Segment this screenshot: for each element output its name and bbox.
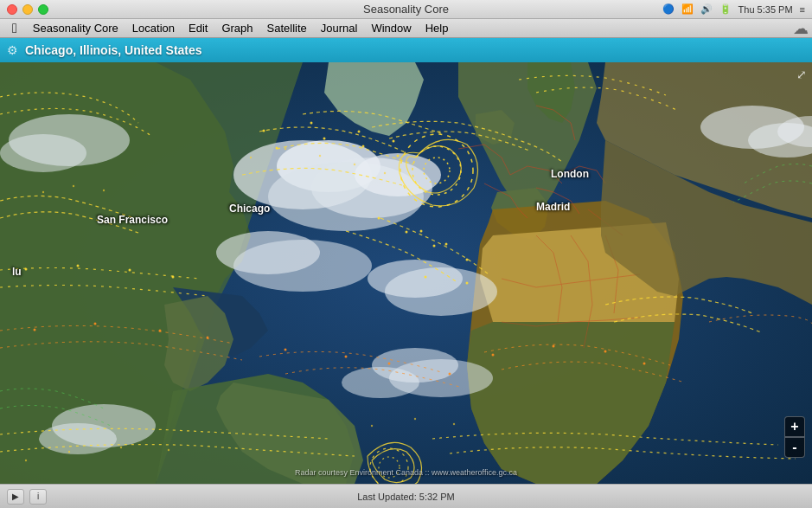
svg-point-29 [378,217,380,220]
menu-satellite[interactable]: Satellite [260,20,314,36]
bottom-controls: ▶ i [7,489,47,505]
map-background [0,62,812,484]
radar-credit: Radar courtesy Environment Canada :: www… [295,468,517,477]
info-button[interactable]: i [29,489,47,505]
apple-menu[interactable]:  [3,21,26,36]
svg-point-40 [172,276,175,279]
menu-right: ☁ [793,19,809,38]
svg-point-46 [345,356,348,358]
wifi-icon: 📶 [681,3,694,15]
svg-point-20 [39,423,117,454]
title-bar: Seasonality Core 🔵 📶 🔊 🔋 Thu 5:35 PM ≡ [0,0,812,19]
svg-point-27 [362,145,365,148]
zoom-in-button[interactable]: + [784,416,805,437]
zoom-controls: + - [784,416,805,458]
svg-point-64 [354,164,355,165]
gear-icon[interactable]: ⚙ [7,43,18,57]
menu-location[interactable]: Location [125,20,182,36]
menu-bar:  Seasonality Core Location Edit Graph S… [0,19,812,38]
svg-point-68 [120,447,122,448]
svg-point-43 [159,330,162,332]
time-display: Thu 5:35 PM [738,4,793,15]
svg-point-8 [233,240,372,292]
svg-point-69 [168,449,169,451]
svg-point-49 [492,354,495,357]
svg-point-62 [285,148,286,150]
svg-point-12 [0,134,86,172]
svg-point-72 [453,423,455,425]
svg-point-24 [393,140,395,143]
expand-icon[interactable]: ⤢ [796,68,807,81]
bottom-bar: ▶ i Last Updated: 5:32 PM [0,484,812,508]
svg-point-21 [263,130,265,132]
titlebar-right: 🔵 📶 🔊 🔋 Thu 5:35 PM ≡ [662,3,805,15]
svg-point-59 [73,185,74,187]
location-bar: ⚙ Chicago, Illinois, United States [0,38,812,62]
svg-point-71 [414,418,416,420]
svg-point-70 [371,425,373,427]
battery-icon: 🔋 [719,3,732,15]
svg-point-23 [358,131,361,133]
svg-point-22 [310,122,313,125]
location-title: Chicago, Illinois, United States [25,43,202,57]
svg-point-10 [385,267,497,316]
map-container[interactable]: Chicago San Francisco London Madrid lu ⤢… [0,62,812,484]
svg-point-66 [25,460,27,461]
close-button[interactable] [7,4,17,15]
svg-point-42 [94,323,97,325]
menu-graph[interactable]: Graph [214,20,259,36]
maximize-button[interactable] [38,4,48,15]
svg-point-31 [433,245,436,248]
svg-point-44 [207,337,209,339]
svg-point-61 [250,157,252,158]
zoom-out-button[interactable]: - [784,437,805,458]
svg-point-41 [34,329,36,331]
volume-icon: 🔊 [700,3,713,15]
menu-edit[interactable]: Edit [182,20,214,36]
menu-window[interactable]: Window [364,20,418,36]
svg-point-48 [449,373,451,376]
svg-point-6 [355,153,441,196]
svg-point-30 [406,231,408,234]
svg-point-65 [384,172,386,174]
svg-point-25 [276,147,278,150]
svg-point-38 [77,265,80,267]
svg-point-63 [319,155,321,157]
svg-point-28 [397,155,400,158]
menu-journal[interactable]: Journal [314,20,365,36]
svg-point-51 [604,350,607,353]
play-button[interactable]: ▶ [7,489,24,505]
svg-point-52 [643,363,646,365]
svg-point-67 [68,451,70,453]
svg-point-37 [25,268,28,271]
minimize-button[interactable] [22,4,33,15]
svg-point-60 [103,190,105,191]
svg-point-47 [388,363,391,365]
bluetooth-icon: 🔵 [662,3,675,15]
svg-point-18 [342,367,419,398]
svg-point-32 [466,259,469,261]
svg-point-33 [420,230,423,233]
svg-point-35 [466,282,469,285]
svg-point-50 [553,345,555,348]
cloud-weather-icon: ☁ [793,19,809,38]
svg-point-26 [323,138,326,140]
svg-point-58 [42,191,44,193]
last-updated-label: Last Updated: 5:32 PM [357,492,455,502]
menu-help[interactable]: Help [419,20,456,36]
menu-extra-icon: ≡ [800,4,805,15]
menu-app[interactable]: Seasonality Core [26,20,125,36]
traffic-lights [7,4,48,15]
window-title: Seasonality Core [363,3,449,16]
svg-point-45 [285,349,287,351]
svg-point-39 [129,269,131,272]
svg-point-36 [425,276,427,279]
svg-point-34 [445,243,448,246]
